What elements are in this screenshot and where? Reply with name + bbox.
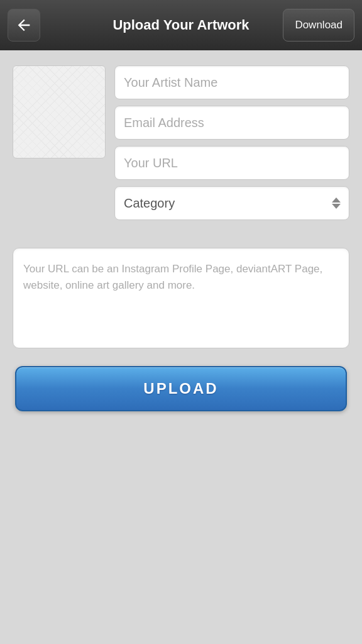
email-input[interactable] [114, 106, 349, 140]
back-button[interactable] [8, 9, 40, 42]
artist-name-input[interactable] [114, 65, 349, 99]
back-arrow-icon [15, 16, 33, 34]
upload-btn-wrapper: UPLOAD [13, 366, 349, 411]
category-wrapper: Category Illustration Photography Digita… [114, 186, 349, 220]
category-select[interactable]: Category Illustration Photography Digita… [114, 186, 349, 220]
main-content: Category Illustration Photography Digita… [0, 50, 362, 644]
page-title: Upload Your Artwork [112, 17, 249, 33]
form-top-row: Category Illustration Photography Digita… [13, 65, 349, 220]
spacer [13, 229, 349, 248]
description-box: Your URL can be an Instagram Profile Pag… [13, 248, 349, 348]
artwork-thumbnail[interactable] [13, 65, 106, 158]
url-input[interactable] [114, 146, 349, 180]
navbar: Upload Your Artwork Download [0, 0, 362, 50]
description-text: Your URL can be an Instagram Profile Pag… [23, 261, 339, 293]
fields-column: Category Illustration Photography Digita… [114, 65, 349, 220]
download-button[interactable]: Download [283, 9, 354, 42]
upload-button[interactable]: UPLOAD [15, 366, 347, 411]
